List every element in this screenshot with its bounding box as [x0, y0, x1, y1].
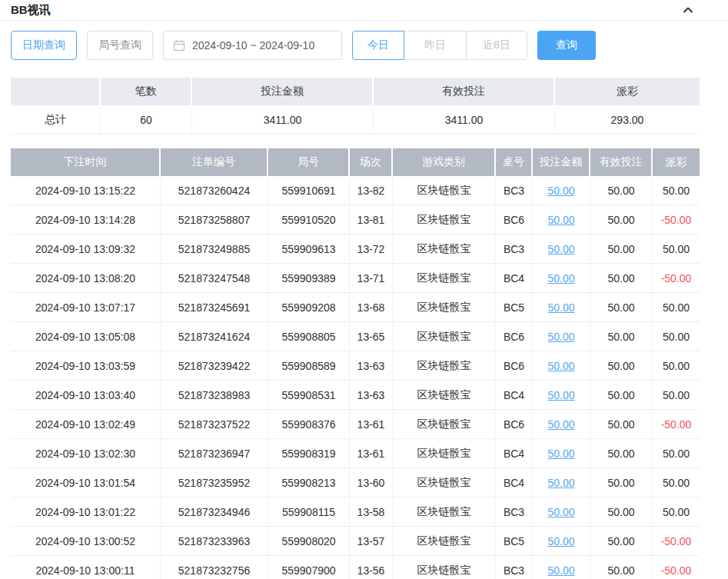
session: 13-56	[350, 556, 393, 579]
game-type: 区块链骰宝	[393, 176, 496, 205]
table-row: 2024-09-10 13:15:22 521873260424 5599106…	[11, 176, 700, 205]
game-type: 区块链骰宝	[393, 351, 496, 381]
bet-amount-link[interactable]: 50.00	[547, 214, 574, 226]
order-number: 521873249885	[161, 235, 268, 264]
payout: 50.00	[653, 293, 700, 322]
bet-amount-link[interactable]: 50.00	[547, 185, 574, 197]
table-row: 2024-09-10 13:14:28 521873258807 5599105…	[11, 205, 700, 235]
round-number: 559910520	[268, 205, 350, 235]
payout: 50.00	[653, 439, 700, 468]
payout: -50.00	[653, 556, 700, 579]
bet-amount-link[interactable]: 50.00	[547, 301, 574, 314]
round-number: 559909389	[268, 264, 350, 293]
header-payout: 派彩	[653, 148, 700, 176]
payout: 50.00	[653, 322, 700, 351]
round-number: 559908805	[268, 322, 350, 351]
round-number: 559908531	[268, 381, 350, 410]
date-range-input[interactable]: 2024-09-10 ~ 2024-09-10	[163, 31, 342, 60]
order-number: 521873236947	[161, 439, 268, 468]
game-type: 区块链骰宝	[393, 468, 496, 497]
summary-header-bet-amount: 投注金额	[192, 78, 374, 105]
session: 13-63	[350, 351, 393, 381]
bet-time: 2024-09-10 13:15:22	[11, 176, 161, 205]
header-order-number: 注单编号	[161, 148, 268, 176]
valid-bet: 50.00	[590, 322, 653, 351]
valid-bet: 50.00	[590, 527, 653, 556]
round-number: 559908213	[268, 468, 350, 497]
bet-time: 2024-09-10 13:07:17	[11, 293, 161, 322]
session: 13-68	[350, 293, 393, 322]
order-number: 521873238983	[161, 381, 268, 410]
order-number: 521873233963	[161, 527, 268, 556]
today-button[interactable]: 今日	[352, 31, 404, 60]
bb-video-panel: BB视讯 日期查询 局号查询 2024-09-10 ~ 2024-09-10 今…	[0, 0, 728, 579]
payout: 50.00	[653, 351, 700, 381]
valid-bet: 50.00	[590, 556, 653, 579]
table-number: BC5	[496, 293, 533, 322]
bet-time: 2024-09-10 13:01:54	[11, 468, 161, 497]
round-number: 559909208	[268, 293, 350, 322]
game-type: 区块链骰宝	[393, 293, 496, 322]
table-row: 2024-09-10 13:08:20 521873247548 5599093…	[11, 264, 700, 293]
table-row: 2024-09-10 13:01:22 521873234946 5599081…	[11, 497, 700, 527]
game-type: 区块链骰宝	[393, 439, 496, 468]
table-number: BC6	[496, 322, 533, 351]
bet-time: 2024-09-10 13:05:08	[11, 322, 161, 351]
bet-table-header-row: 下注时间 注单编号 局号 场次 游戏类别 桌号 投注金额 有效投注 派彩	[11, 148, 700, 176]
bet-amount-link[interactable]: 50.00	[547, 564, 574, 577]
round-number: 559910691	[268, 176, 350, 205]
payout: 50.00	[653, 235, 700, 264]
payout: -50.00	[653, 264, 700, 293]
bet-amount-link[interactable]: 50.00	[547, 448, 574, 460]
payout: 50.00	[653, 176, 700, 205]
order-number: 521873260424	[161, 176, 268, 205]
last-8-days-button[interactable]: 近8日	[466, 31, 527, 60]
game-type: 区块链骰宝	[393, 527, 496, 556]
payout: 50.00	[653, 468, 700, 497]
date-query-button[interactable]: 日期查询	[11, 31, 77, 60]
table-number: BC4	[496, 468, 533, 497]
bet-amount-link[interactable]: 50.00	[547, 477, 574, 489]
table-row: 2024-09-10 13:02:49 521873237522 5599083…	[11, 410, 700, 439]
summary-bet-amount-value: 3411.00	[192, 105, 374, 135]
bet-amount-link[interactable]: 50.00	[547, 506, 574, 518]
order-number: 521873258807	[161, 205, 268, 235]
valid-bet: 50.00	[590, 468, 653, 497]
bet-amount-link[interactable]: 50.00	[547, 389, 574, 401]
table-row: 2024-09-10 13:09:32 521873249885 5599096…	[11, 235, 700, 264]
payout: -50.00	[653, 205, 700, 235]
bet-amount-link[interactable]: 50.00	[547, 331, 574, 343]
round-number: 559908115	[268, 497, 350, 527]
session: 13-61	[350, 439, 393, 468]
quick-range-group: 今日 昨日 近8日	[352, 31, 527, 60]
valid-bet: 50.00	[590, 381, 653, 410]
chevron-up-icon[interactable]	[681, 3, 695, 17]
order-number: 521873232756	[161, 556, 268, 579]
bet-amount-link[interactable]: 50.00	[547, 535, 574, 547]
round-query-button[interactable]: 局号查询	[87, 31, 153, 60]
order-number: 521873237522	[161, 410, 268, 439]
round-number: 559908020	[268, 527, 350, 556]
bet-amount-link[interactable]: 50.00	[547, 418, 574, 431]
table-row: 2024-09-10 13:01:54 521873235952 5599082…	[11, 468, 700, 497]
table-row: 2024-09-10 13:02:30 521873236947 5599083…	[11, 439, 700, 468]
bet-amount-link[interactable]: 50.00	[547, 243, 574, 255]
summary-header-blank	[11, 78, 101, 105]
bet-time: 2024-09-10 13:02:30	[11, 439, 161, 468]
query-toolbar: 日期查询 局号查询 2024-09-10 ~ 2024-09-10 今日 昨日 …	[11, 31, 728, 60]
summary-header-valid-bet: 有效投注	[374, 78, 555, 105]
search-button[interactable]: 查询	[537, 31, 596, 60]
summary-total-row: 总计 60 3411.00 3411.00 293.00	[11, 105, 700, 135]
payout: 50.00	[653, 381, 700, 410]
order-number: 521873241624	[161, 322, 268, 351]
header-bet-time: 下注时间	[11, 148, 161, 176]
header-game-type: 游戏类别	[393, 148, 496, 176]
bet-time: 2024-09-10 13:00:52	[11, 527, 161, 556]
table-number: BC6	[496, 351, 533, 381]
bet-amount-link[interactable]: 50.00	[547, 360, 574, 372]
calendar-icon	[173, 39, 185, 52]
bet-amount-link[interactable]: 50.00	[547, 272, 574, 285]
summary-valid-bet-value: 3411.00	[374, 105, 555, 135]
yesterday-button[interactable]: 昨日	[404, 31, 467, 60]
order-number: 521873239422	[161, 351, 268, 381]
